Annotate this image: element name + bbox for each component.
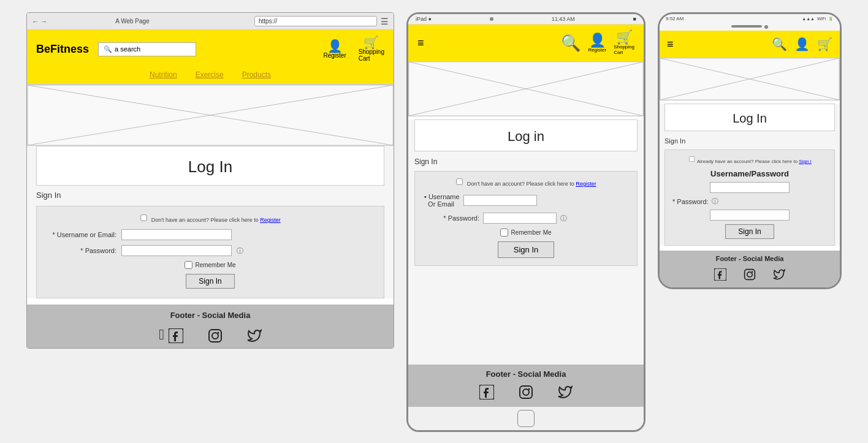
twitter-icon[interactable] (247, 326, 262, 343)
tablet-register-icon: 👤 (589, 34, 606, 47)
tablet-main: Log in Sign In Don't have an account? Pl… (408, 119, 644, 365)
svg-rect-4 (209, 330, 221, 342)
tablet-register-item[interactable]: 👤 Register (588, 34, 606, 53)
svg-point-13 (528, 388, 530, 390)
brand-name: BeFitness (36, 43, 89, 56)
tablet-facebook-icon[interactable] (479, 385, 494, 402)
tablet-sign-in-button[interactable]: Sign In (498, 241, 554, 258)
tablet-home-bar (408, 407, 644, 430)
mobile-password-row: * Password: ⓘ (672, 197, 827, 206)
tablet-login-title-box: Log in (414, 119, 638, 151)
tablet-remember-row: Remember Me (424, 229, 628, 237)
tablet-form-box: Don't have an account? Please click here… (414, 171, 638, 266)
mobile-notch-area (660, 23, 840, 31)
tablet-register-label: Register (588, 47, 606, 53)
nav-link-nutrition[interactable]: Nutrition (150, 70, 177, 79)
mobile-signal-icon: ▲▲▲ (802, 17, 815, 21)
browser-menu-icon[interactable]: ☰ (381, 17, 389, 26)
svg-rect-11 (520, 386, 532, 398)
mobile-search-icon[interactable]: 🔍 (772, 37, 787, 51)
tablet-username-input[interactable] (463, 195, 537, 206)
mobile-main: Log In Sign In Already have an account? … (660, 104, 840, 246)
browser-url-input[interactable] (254, 16, 377, 26)
tablet-home-button[interactable] (517, 410, 535, 427)
tablet-camera (490, 17, 493, 21)
password-label: * Password: (49, 247, 116, 254)
sign-in-button[interactable]: Sign In (186, 274, 234, 289)
mobile-password-info-icon[interactable]: ⓘ (712, 197, 718, 206)
mobile-username-section-label: Username/Password (672, 169, 827, 178)
tablet-cart-icon: 🛒 (616, 31, 633, 44)
desktop-main: Log In Sign In Don't have an account? Pl… (27, 146, 394, 298)
mobile-register-link[interactable]: Sign I (799, 159, 811, 164)
svg-point-19 (747, 272, 752, 277)
tablet-register-checkbox[interactable] (457, 178, 463, 184)
tablet-cart-label: ShoppingCart (614, 44, 634, 55)
tablet-password-info-icon[interactable]: ⓘ (560, 214, 567, 223)
tablet-nav-icons: 🔍 👤 Register 🛒 ShoppingCart (561, 31, 634, 55)
search-icon: 🔍 (104, 45, 112, 53)
mobile-status-bar: 9:52 AM ▲▲▲ WiFi 🔋 (660, 14, 840, 23)
register-checkbox[interactable] (141, 214, 147, 221)
mobile-password-label: * Password: (672, 198, 709, 205)
tablet-instagram-icon[interactable] (519, 385, 533, 402)
password-info-icon[interactable]: ⓘ (237, 246, 243, 256)
mobile-hamburger-icon[interactable]: ≡ (667, 38, 674, 51)
mobile-footer-icons (660, 268, 840, 283)
svg-point-12 (523, 389, 529, 395)
nav-icons-right: 👤 Register 🛒 ShoppingCart (323, 36, 384, 62)
tablet-remember-checkbox[interactable] (500, 229, 508, 237)
nav-link-products[interactable]: Products (242, 70, 271, 79)
shopping-cart-nav-item[interactable]: 🛒 ShoppingCart (359, 36, 384, 62)
facebook-icon[interactable]:  (159, 326, 183, 343)
mobile-login-title: Log In (733, 112, 767, 125)
browser-title: A Web Page (26, 18, 251, 25)
remember-label: Remember Me (195, 262, 235, 268)
tablet-hero-placeholder (408, 61, 644, 116)
tablet-status-left: iPad ● (416, 16, 432, 22)
desktop-nav: BeFitness 🔍 a search 👤 Register 🛒 Shoppi… (27, 30, 394, 68)
instagram-icon[interactable] (208, 326, 223, 343)
tablet-wireframe: iPad ● 11:43 AM ■ ≡ 🔍 👤 Register 🛒 Shopp… (406, 12, 645, 432)
tablet-username-row: • Username Or Email (424, 193, 628, 208)
mobile-username-input[interactable] (710, 182, 790, 193)
tablet-password-label: * Password: (424, 214, 479, 222)
register-icon: 👤 (327, 40, 343, 52)
mobile-nav: ≡ 🔍 👤 🛒 (660, 31, 840, 58)
cart-icon: 🛒 (364, 36, 379, 48)
browser-bar: ← → A Web Page ☰ (27, 13, 394, 30)
tablet-register-notice: Don't have an account? Please click here… (424, 178, 628, 187)
password-row: * Password: ⓘ (49, 245, 371, 256)
username-row: * Username or Email: (49, 229, 371, 240)
svg-point-5 (212, 333, 218, 339)
mobile-twitter-icon[interactable] (773, 268, 785, 283)
tablet-twitter-icon[interactable] (558, 385, 573, 402)
tablet-register-link[interactable]: Register (576, 181, 596, 187)
hamburger-icon[interactable]: ≡ (417, 37, 424, 50)
search-text: a search (115, 45, 140, 53)
nav-link-exercise[interactable]: Exercise (196, 70, 224, 79)
mobile-facebook-icon[interactable] (714, 268, 726, 283)
register-nav-item[interactable]: 👤 Register (323, 40, 346, 59)
mobile-instagram-icon[interactable] (744, 268, 756, 283)
username-input[interactable] (121, 229, 232, 240)
tablet-search-icon[interactable]: 🔍 (561, 34, 581, 53)
mobile-status-time: 9:52 AM (666, 16, 683, 21)
remember-checkbox[interactable] (185, 261, 192, 269)
search-box[interactable]: 🔍 a search (98, 42, 196, 56)
username-label: * Username or Email: (49, 231, 116, 238)
mobile-wifi-icon: WiFi (817, 17, 826, 21)
register-link[interactable]: Register (260, 217, 281, 223)
remember-row: Remember Me (49, 261, 371, 269)
mobile-battery-icon: 🔋 (828, 17, 834, 21)
mobile-login-title-box: Log In (664, 104, 835, 131)
mobile-cart-icon[interactable]: 🛒 (817, 37, 832, 51)
mobile-sign-in-button[interactable]: Sign In (725, 224, 774, 239)
mobile-password-input[interactable] (710, 210, 790, 221)
mobile-register-checkbox[interactable] (689, 156, 695, 162)
password-input[interactable] (121, 245, 232, 256)
login-title: Log In (188, 157, 232, 176)
tablet-cart-item[interactable]: 🛒 ShoppingCart (614, 31, 634, 55)
tablet-password-input[interactable] (483, 213, 557, 224)
mobile-register-icon[interactable]: 👤 (794, 37, 810, 51)
